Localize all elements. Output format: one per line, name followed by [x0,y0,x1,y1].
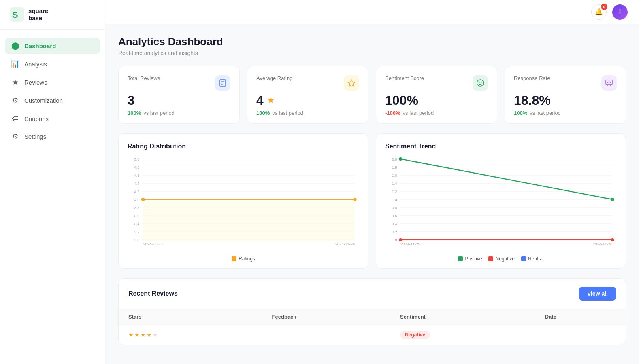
svg-text:4.8: 4.8 [134,165,139,169]
stat-icon-response-rate [601,75,617,91]
svg-text:4.6: 4.6 [134,174,139,178]
stat-change-average-rating: 100% vs last period [256,110,359,116]
svg-point-39 [353,198,356,201]
sentiment-chart-svg: 2.0 1.8 1.6 1.4 1.2 1.0 0.8 [385,156,617,245]
svg-text:3.0: 3.0 [134,238,139,242]
svg-text:0.4: 0.4 [392,222,397,226]
row-sentiment: Negative [390,325,535,345]
sidebar-item-dashboard[interactable]: ⬤ Dashboard [5,38,100,54]
stat-card-average-rating: Average Rating 4 ★ 100% vs last period [247,66,368,124]
avatar[interactable]: I [612,4,628,20]
sidebar-item-label-customization: Customization [24,97,63,104]
charts-row: Rating Distribution 5.0 4.8 4.6 4.4 4.2 [118,133,626,269]
coupons-icon: 🏷 [11,114,19,123]
stat-card-total-reviews: Total Reviews 3 100% vs last period [118,66,240,124]
logo-name-line2: base [28,15,48,22]
svg-point-65 [399,157,402,161]
svg-point-9 [481,82,482,83]
stat-card-sentiment-score: Sentiment Score 100% -100% vs last perio… [376,66,497,124]
svg-line-64 [400,159,612,199]
main-content: 🔔 0 I Analytics Dashboard Real-time anal… [105,0,639,364]
page-content: Analytics Dashboard Real-time analytics … [105,24,639,364]
row-stars: ★ ★ ★ ★ ★ [119,325,262,345]
star-symbol: ★ [267,95,275,106]
legend-item-ratings: Ratings [232,256,255,262]
stats-grid: Total Reviews 3 100% vs last period Aver… [118,66,626,124]
sentiment-chart-title: Sentiment Trend [385,143,617,150]
stat-change-sentiment-score: -100% vs last period [385,110,488,116]
legend-item-neutral: Neutral [521,256,544,262]
legend-label-ratings: Ratings [239,256,255,262]
col-date: Date [535,309,626,325]
svg-text:3.4: 3.4 [134,222,139,226]
svg-text:0: 0 [395,238,397,242]
rating-chart-title: Rating Distribution [128,143,359,150]
sidebar-item-customization[interactable]: ⚙ Customization [5,92,100,109]
view-all-button[interactable]: View all [579,287,616,301]
topbar: 🔔 0 I [105,0,639,24]
svg-marker-36 [143,199,355,241]
recent-reviews-card: Recent Reviews View all Stars Feedback S… [118,278,626,345]
notification-button[interactable]: 🔔 0 [591,4,607,20]
col-stars: Stars [119,309,262,325]
stat-icon-total-reviews [215,75,230,91]
stat-change-val-2: -100% [385,110,400,116]
sidebar-item-analysis[interactable]: 📊 Analysis [5,56,100,72]
svg-text:3.2: 3.2 [134,230,139,234]
stat-change-label-3: vs last period [530,110,561,116]
svg-point-68 [399,238,402,241]
customization-icon: ⚙ [11,96,19,105]
legend-item-negative: Negative [488,256,514,262]
svg-text:4.0: 4.0 [134,198,139,202]
page-subtitle: Real-time analytics and insights [118,50,626,56]
svg-point-66 [611,198,614,201]
sidebar-item-coupons[interactable]: 🏷 Coupons [5,110,100,127]
legend-dot-ratings [232,256,236,261]
svg-text:4.4: 4.4 [134,182,139,186]
sidebar-item-label-analysis: Analysis [24,61,47,68]
sidebar-item-settings[interactable]: ⚙ Settings [5,128,100,145]
stat-label-response-rate: Response Rate [514,75,550,81]
row-feedback [262,325,390,345]
svg-text:2024-11-26: 2024-11-26 [335,242,355,245]
stat-icon-average-rating [344,75,359,91]
stat-change-label-2: vs last period [403,110,434,116]
page-title: Analytics Dashboard [118,36,626,48]
svg-point-69 [611,238,614,241]
svg-point-8 [479,82,480,83]
stat-card-response-rate: Response Rate 18.8% 100% vs last period [505,66,626,124]
stat-change-label-0: vs last period [143,110,175,116]
rating-distribution-card: Rating Distribution 5.0 4.8 4.6 4.4 4.2 [118,133,368,269]
stat-change-total-reviews: 100% vs last period [128,110,230,116]
reviews-table: Stars Feedback Sentiment Date ★ ★ ★ [119,309,626,345]
legend-dot-negative [488,256,493,261]
sidebar-item-label-dashboard: Dashboard [24,42,56,49]
svg-text:4.2: 4.2 [134,190,139,194]
stat-value-total-reviews: 3 [128,94,230,107]
stat-label-total-reviews: Total Reviews [128,75,160,81]
row-date [535,325,626,345]
svg-marker-6 [348,80,355,86]
reviews-icon: ★ [11,78,19,87]
legend-label-negative: Negative [495,256,514,262]
svg-text:0.8: 0.8 [392,206,397,210]
svg-text:5.0: 5.0 [134,157,139,161]
stat-value-average-rating: 4 [256,94,264,107]
stat-label-sentiment-score: Sentiment Score [385,75,424,81]
notification-badge: 0 [601,4,607,10]
svg-text:1.2: 1.2 [392,190,397,194]
stat-change-response-rate: 100% vs last period [514,110,617,116]
table-row: ★ ★ ★ ★ ★ Negative [119,325,626,345]
sidebar-item-label-coupons: Coupons [24,115,49,122]
sidebar-item-reviews[interactable]: ★ Reviews [5,74,100,91]
svg-text:1.4: 1.4 [392,182,397,186]
sidebar: S square base ⬤ Dashboard 📊 Analysis ★ R… [0,0,105,364]
stat-change-label-1: vs last period [272,110,303,116]
stat-label-average-rating: Average Rating [256,75,292,81]
svg-point-7 [477,80,484,86]
sentiment-trend-card: Sentiment Trend 2.0 1.8 1.6 1.4 1.2 [376,133,626,269]
sidebar-item-label-settings: Settings [24,133,46,140]
svg-text:0.6: 0.6 [392,214,397,218]
sentiment-chart-area: 2.0 1.8 1.6 1.4 1.2 1.0 0.8 [385,156,617,253]
stat-value-response-rate: 18.8% [514,94,617,107]
